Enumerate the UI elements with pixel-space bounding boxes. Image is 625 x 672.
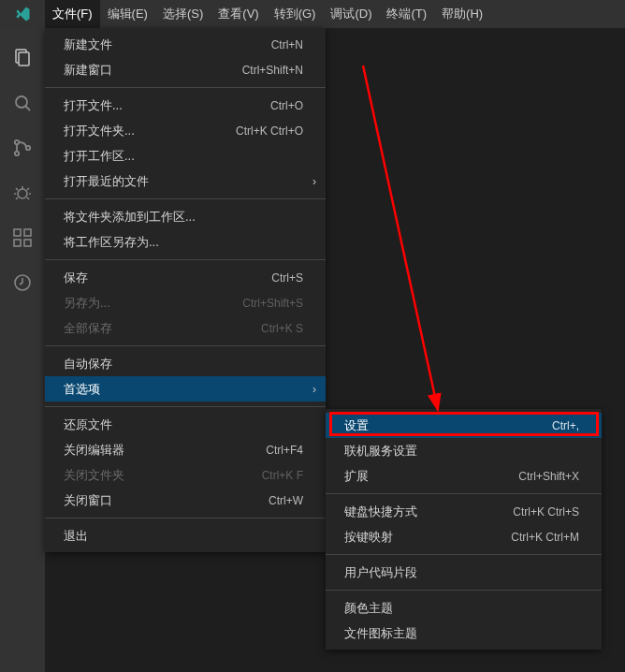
menu-item-label: 打开文件... (64, 97, 270, 114)
pref-item-2[interactable]: 扩展Ctrl+Shift+X (326, 463, 602, 489)
file-item-9[interactable]: 将工作区另存为... (45, 229, 326, 255)
svg-point-2 (16, 96, 27, 108)
extensions-icon[interactable] (0, 215, 45, 260)
svg-point-5 (15, 152, 19, 155)
svg-line-3 (26, 107, 31, 111)
menu-5[interactable]: 调试(D) (323, 0, 379, 28)
menu-item-label: 颜色主题 (344, 600, 579, 617)
menu-item-label: 联机服务设置 (344, 443, 579, 460)
menu-item-label: 还原文件 (64, 416, 303, 433)
menu-item-label: 打开文件夹... (64, 123, 236, 139)
pref-item-7[interactable]: 用户代码片段 (326, 560, 602, 585)
pref-item-4[interactable]: 键盘快捷方式Ctrl+K Ctrl+S (326, 499, 602, 524)
chevron-right-icon: › (312, 383, 316, 396)
file-item-20: 关闭文件夹Ctrl+K F (45, 462, 326, 488)
menu-0[interactable]: 文件(F) (45, 0, 100, 28)
menu-item-label: 关闭文件夹 (64, 467, 262, 484)
menubar: 文件(F)编辑(E)选择(S)查看(V)转到(G)调试(D)终端(T)帮助(H) (45, 0, 490, 28)
menu-6[interactable]: 终端(T) (379, 0, 434, 28)
menu-item-shortcut: Ctrl+K Ctrl+S (513, 505, 579, 519)
file-item-16[interactable]: 首选项› (45, 376, 326, 402)
menu-item-label: 退出 (64, 528, 303, 545)
pref-separator (326, 590, 602, 591)
menu-item-label: 打开工作区... (64, 148, 303, 165)
explorer-icon[interactable] (0, 36, 45, 80)
file-item-1[interactable]: 新建窗口Ctrl+Shift+N (45, 57, 326, 82)
menu-item-label: 文件图标主题 (344, 625, 579, 642)
pref-item-10[interactable]: 文件图标主题 (326, 621, 602, 646)
svg-point-7 (18, 189, 27, 198)
file-separator (45, 518, 326, 519)
file-item-0[interactable]: 新建文件Ctrl+N (45, 32, 326, 57)
menu-item-shortcut: Ctrl+Shift+N (242, 64, 303, 77)
file-separator (45, 406, 326, 407)
file-separator (45, 259, 326, 260)
menu-item-label: 新建窗口 (64, 62, 242, 79)
file-item-15[interactable]: 自动保存 (45, 351, 326, 376)
menu-item-label: 新建文件 (64, 37, 271, 53)
pref-item-0[interactable]: 设置Ctrl+, (326, 413, 602, 438)
menu-item-label: 扩展 (344, 468, 518, 485)
menu-1[interactable]: 编辑(E) (100, 0, 155, 28)
file-item-18[interactable]: 还原文件 (45, 412, 326, 437)
app-logo (0, 0, 45, 28)
svg-rect-1 (19, 52, 29, 66)
menu-item-shortcut: Ctrl+K F (262, 469, 303, 482)
file-item-13: 全部保存Ctrl+K S (45, 315, 326, 341)
menu-3[interactable]: 查看(V) (211, 0, 266, 28)
menu-item-shortcut: Ctrl+W (269, 494, 303, 507)
menu-item-shortcut: Ctrl+Shift+X (518, 470, 579, 483)
menu-item-label: 键盘快捷方式 (344, 504, 513, 520)
file-item-12: 另存为...Ctrl+Shift+S (45, 290, 326, 315)
menu-item-shortcut: Ctrl+N (271, 38, 303, 51)
file-item-23[interactable]: 退出 (45, 523, 326, 548)
file-item-11[interactable]: 保存Ctrl+S (45, 265, 326, 290)
source-control-icon[interactable] (0, 125, 45, 170)
svg-point-4 (15, 140, 19, 144)
file-menu-dropdown: 新建文件Ctrl+N新建窗口Ctrl+Shift+N打开文件...Ctrl+O打… (45, 28, 326, 552)
activity-bar (0, 28, 45, 672)
menu-item-shortcut: Ctrl+K S (261, 322, 303, 335)
file-item-21[interactable]: 关闭窗口Ctrl+W (45, 488, 326, 513)
pref-item-1[interactable]: 联机服务设置 (326, 438, 602, 463)
menu-2[interactable]: 选择(S) (155, 0, 211, 28)
menu-item-label: 设置 (344, 417, 552, 434)
menu-item-label: 首选项 (64, 381, 303, 398)
menu-item-label: 保存 (64, 270, 271, 286)
menu-item-label: 另存为... (64, 295, 242, 312)
pref-item-5[interactable]: 按键映射Ctrl+K Ctrl+M (326, 524, 602, 549)
menu-item-shortcut: Ctrl+Shift+S (242, 297, 303, 310)
svg-rect-10 (24, 240, 31, 246)
file-item-4[interactable]: 打开文件夹...Ctrl+K Ctrl+O (45, 118, 326, 143)
pref-item-9[interactable]: 颜色主题 (326, 595, 602, 621)
menu-item-label: 打开最近的文件 (64, 173, 303, 190)
svg-rect-8 (14, 229, 21, 236)
timeline-icon[interactable] (0, 260, 45, 305)
menu-item-shortcut: Ctrl+S (271, 271, 303, 285)
pref-separator (326, 493, 602, 494)
file-item-19[interactable]: 关闭编辑器Ctrl+F4 (45, 437, 326, 462)
menu-item-label: 全部保存 (64, 320, 261, 337)
file-item-3[interactable]: 打开文件...Ctrl+O (45, 93, 326, 118)
chevron-right-icon: › (312, 175, 316, 188)
search-icon[interactable] (0, 80, 45, 125)
menu-item-label: 用户代码片段 (344, 564, 579, 581)
menu-item-shortcut: Ctrl+F4 (266, 444, 303, 457)
menu-4[interactable]: 转到(G) (267, 0, 324, 28)
debug-icon[interactable] (0, 170, 45, 215)
menu-item-label: 将文件夹添加到工作区... (64, 209, 303, 226)
file-item-6[interactable]: 打开最近的文件› (45, 168, 326, 194)
preferences-submenu: 设置Ctrl+,联机服务设置扩展Ctrl+Shift+X键盘快捷方式Ctrl+K… (326, 409, 602, 650)
file-separator (45, 198, 326, 199)
file-item-5[interactable]: 打开工作区... (45, 143, 326, 168)
menu-7[interactable]: 帮助(H) (434, 0, 490, 28)
menu-item-label: 按键映射 (344, 529, 511, 546)
menu-item-shortcut: Ctrl+K Ctrl+M (511, 531, 579, 544)
file-item-8[interactable]: 将文件夹添加到工作区... (45, 204, 326, 229)
vscode-icon (14, 6, 31, 22)
file-separator (45, 345, 326, 346)
titlebar: 文件(F)编辑(E)选择(S)查看(V)转到(G)调试(D)终端(T)帮助(H) (0, 0, 625, 28)
menu-item-shortcut: Ctrl+O (270, 99, 303, 112)
menu-item-label: 将工作区另存为... (64, 234, 303, 251)
svg-rect-9 (14, 240, 21, 246)
